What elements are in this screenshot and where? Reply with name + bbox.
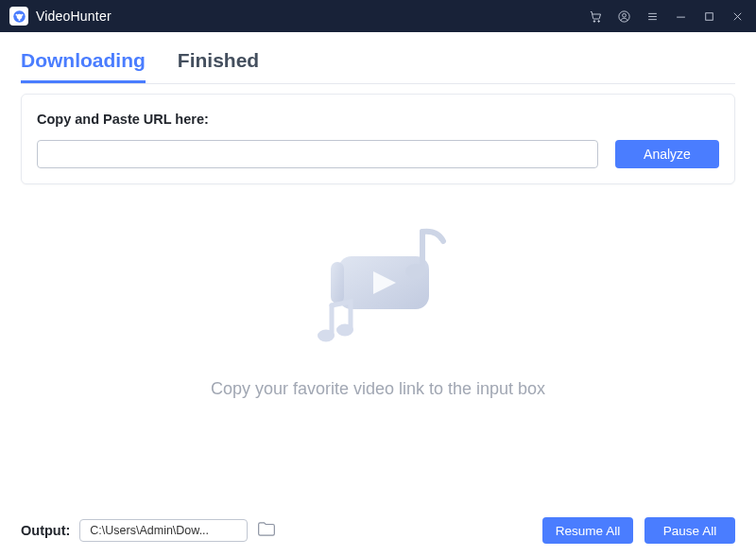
maximize-button[interactable] bbox=[701, 9, 716, 24]
open-folder-button[interactable] bbox=[257, 521, 276, 541]
tabs: Downloading Finished bbox=[0, 32, 756, 83]
footer-actions: Resume All Pause All bbox=[542, 517, 735, 544]
user-icon[interactable] bbox=[616, 9, 631, 24]
svg-point-18 bbox=[405, 264, 426, 279]
svg-rect-17 bbox=[331, 262, 344, 304]
menu-icon[interactable] bbox=[644, 9, 660, 24]
titlebar: VideoHunter bbox=[0, 0, 756, 32]
svg-point-8 bbox=[622, 13, 626, 17]
svg-point-19 bbox=[318, 330, 335, 342]
cart-icon[interactable] bbox=[588, 9, 603, 24]
tab-finished[interactable]: Finished bbox=[178, 49, 259, 83]
svg-point-4 bbox=[18, 19, 20, 21]
empty-state: Copy your favorite video link to the inp… bbox=[0, 207, 756, 399]
empty-state-illustration bbox=[279, 207, 477, 368]
svg-point-5 bbox=[593, 20, 595, 22]
svg-point-1 bbox=[16, 13, 22, 19]
output-label: Output: bbox=[21, 523, 70, 538]
svg-point-3 bbox=[21, 13, 23, 15]
pause-all-button[interactable]: Pause All bbox=[644, 517, 735, 544]
analyze-button[interactable]: Analyze bbox=[615, 140, 719, 168]
svg-point-2 bbox=[15, 13, 17, 15]
empty-state-text: Copy your favorite video link to the inp… bbox=[211, 379, 545, 399]
titlebar-actions bbox=[588, 9, 748, 24]
svg-point-20 bbox=[336, 324, 353, 337]
url-input-label: Copy and Paste URL here: bbox=[37, 112, 719, 127]
url-row: Analyze bbox=[37, 140, 719, 168]
tab-divider bbox=[21, 83, 735, 84]
app-title: VideoHunter bbox=[36, 9, 112, 24]
svg-rect-13 bbox=[705, 12, 713, 20]
url-input[interactable] bbox=[37, 140, 598, 168]
app-logo bbox=[9, 7, 28, 26]
output-path-field[interactable]: C:\Users\Admin\Dow... bbox=[79, 519, 248, 542]
tab-downloading[interactable]: Downloading bbox=[21, 49, 146, 83]
close-button[interactable] bbox=[730, 9, 745, 24]
minimize-button[interactable] bbox=[673, 9, 688, 24]
url-card: Copy and Paste URL here: Analyze bbox=[21, 94, 735, 184]
svg-point-6 bbox=[597, 20, 599, 22]
resume-all-button[interactable]: Resume All bbox=[542, 517, 633, 544]
footer: Output: C:\Users\Admin\Dow... Resume All… bbox=[0, 513, 756, 556]
